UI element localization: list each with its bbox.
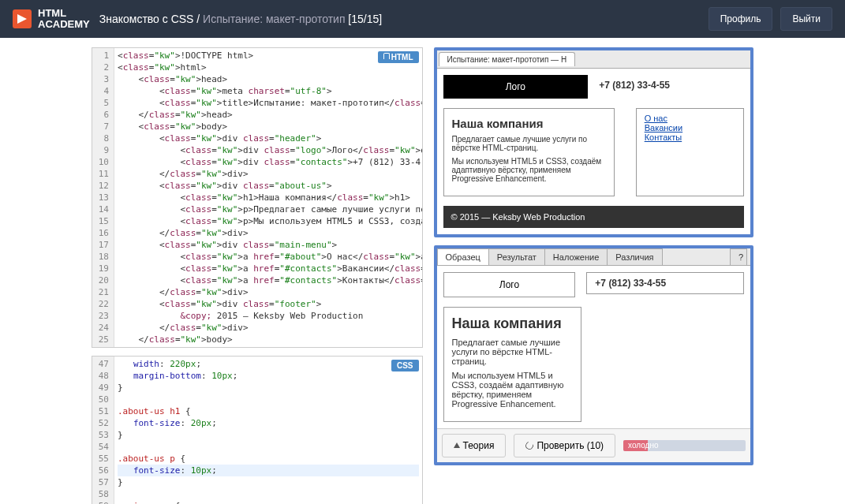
- editors-column: HTML 12345678910111213141516171819202122…: [92, 47, 423, 504]
- pv2-heading: Наша компания: [452, 315, 573, 333]
- tab-overlay[interactable]: Наложение: [544, 248, 608, 265]
- pv2-about: Наша компания Предлагает самые лучшие ус…: [443, 307, 581, 422]
- html-badge: HTML: [378, 51, 419, 63]
- css-gutter: 4748495051525354555657585960616263646566…: [92, 357, 114, 504]
- pv-link-contacts[interactable]: Контакты: [645, 133, 735, 142]
- css-editor[interactable]: CSS 474849505152535455565758596061626364…: [92, 356, 423, 504]
- breadcrumb: Знакомство с CSS / Испытание: макет-прот…: [99, 13, 382, 25]
- pv2-phone: +7 (812) 33-4-55: [586, 272, 744, 294]
- tab-diff[interactable]: Различия: [607, 248, 662, 265]
- pv-heading: Наша компания: [452, 117, 606, 130]
- logo[interactable]: HTML ACADEMY: [13, 8, 90, 31]
- html-body[interactable]: <class="kw">!DOCTYPE html> <class="kw">h…: [114, 48, 422, 347]
- preview-result: Испытание: макет-прототип — H Лого +7 (8…: [434, 47, 754, 237]
- main-area: HTML 12345678910111213141516171819202122…: [0, 38, 845, 504]
- preview-title-tab: Испытание: макет-прототип — H: [437, 50, 751, 69]
- top-header: HTML ACADEMY Знакомство с CSS / Испытани…: [0, 0, 845, 38]
- tab-sample[interactable]: Образец: [437, 248, 489, 265]
- pv-about: Наша компания Предлагает самые лучшие ус…: [443, 108, 615, 196]
- css-code[interactable]: 4748495051525354555657585960616263646566…: [92, 357, 422, 504]
- pv-footer: © 2015 — Keksby Web Production: [443, 206, 745, 228]
- book-icon: [454, 442, 460, 448]
- logout-button[interactable]: Выйти: [780, 7, 832, 31]
- preview-body-top: Лого +7 (812) 33-4-55 Наша компания Пред…: [437, 69, 751, 234]
- html-gutter: 1234567891011121314151617181920212223242…: [92, 48, 114, 347]
- header-right: Профиль Выйти: [709, 7, 832, 31]
- html-code[interactable]: 1234567891011121314151617181920212223242…: [92, 48, 422, 347]
- theory-button[interactable]: Теория: [442, 434, 507, 457]
- preview-bottom-bar: Теория Проверить (10) холодно: [437, 428, 751, 462]
- css-badge: CSS: [391, 360, 419, 371]
- tab-help[interactable]: ?: [730, 248, 747, 265]
- progress-label: холодно: [628, 440, 658, 451]
- pv2-p2: Мы используем HTML5 и CSS3, создаём адап…: [452, 371, 573, 409]
- pv-p1: Предлагает самые лучшие услуги по вёрстк…: [452, 135, 606, 152]
- lock-icon: [383, 53, 390, 59]
- check-button[interactable]: Проверить (10): [514, 434, 615, 457]
- profile-button[interactable]: Профиль: [709, 7, 773, 31]
- header-left: HTML ACADEMY Знакомство с CSS / Испытани…: [13, 8, 382, 31]
- logo-icon: [13, 9, 32, 28]
- css-body[interactable]: width: 220px; margin-bottom: 10px;} .abo…: [114, 357, 422, 504]
- preview-column: Испытание: макет-прототип — H Лого +7 (8…: [434, 47, 754, 504]
- preview-body-bottom: Лого +7 (812) 33-4-55 Наша компания Пред…: [437, 266, 751, 428]
- logo-text: HTML ACADEMY: [38, 8, 90, 31]
- pv-link-about[interactable]: О нас: [645, 114, 735, 123]
- pv-menu: О нас Вакансии Контакты: [636, 108, 744, 196]
- tab-result[interactable]: Результат: [488, 248, 545, 265]
- pv-link-jobs[interactable]: Вакансии: [645, 123, 735, 133]
- progress-bar: холодно: [623, 440, 746, 451]
- check-icon: [525, 440, 536, 451]
- preview-reference: Образец Результат Наложение Различия ? Л…: [434, 245, 754, 465]
- pv-phone: +7 (812) 33-4-55: [599, 75, 744, 95]
- html-editor[interactable]: HTML 12345678910111213141516171819202122…: [92, 47, 423, 348]
- pv-p2: Мы используем HTML5 и CSS3, создаём адап…: [452, 157, 606, 183]
- preview-tabs: Образец Результат Наложение Различия ?: [437, 248, 751, 266]
- pv-logo: Лого: [443, 75, 589, 99]
- pv2-p1: Предлагает самые лучшие услуги по вёрстк…: [452, 338, 573, 366]
- pv2-logo: Лого: [443, 272, 576, 297]
